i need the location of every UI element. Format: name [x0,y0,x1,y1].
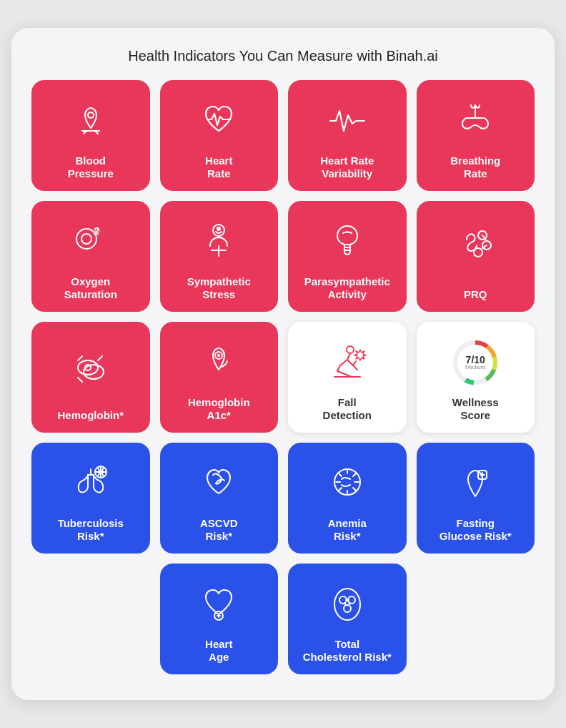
svg-point-57 [344,605,351,612]
svg-point-0 [88,112,94,118]
tile-label: HeartRate [205,154,232,182]
tile-fall-detection[interactable]: FallDetection [288,322,407,433]
tile-label: WellnessScore [452,396,499,423]
parasympathetic-icon [294,211,401,272]
svg-point-25 [217,354,220,357]
tile-label: ASCVDRisk* [200,517,238,544]
svg-line-20 [78,356,82,360]
hemoglobin-a1c-icon [166,332,273,393]
tile-cholesterol[interactable]: TotalCholesterol Risk* [288,564,407,674]
tile-label: FastingGlucose Risk* [440,517,512,544]
tile-label: BreathingRate [450,154,500,182]
tile-heart-age[interactable]: HeartAge [160,564,279,674]
tile-ascvd[interactable]: ASCVDRisk* [160,443,279,554]
page-title: Health Indicators You Can Measure with B… [31,48,535,64]
heart-rate-icon [166,90,273,152]
tile-parasympathetic[interactable]: ParasympatheticActivity [288,201,407,312]
tile-breathing[interactable]: BreathingRate [417,80,535,191]
tile-label: AnemiaRisk* [328,517,367,544]
tile-wellness-score[interactable]: 7/10 Medium WellnessScore [417,322,535,433]
tile-label: Heart RateVariability [320,154,374,182]
tile-label: BloodPressure [68,154,114,182]
tile-heart-rate[interactable]: HeartRate [160,80,279,191]
svg-point-19 [84,365,104,379]
svg-point-26 [347,346,354,353]
tile-label: Hemoglobin* [58,409,124,423]
breathing-icon [422,90,530,152]
svg-line-45 [339,488,342,491]
fall-icon [294,332,401,393]
tile-sympathetic[interactable]: SympatheticStress [160,201,279,312]
heart-age-icon [166,574,273,635]
tile-label: PRQ [464,288,487,302]
wellness-score-number: 7/10 [465,355,485,365]
anemia-icon [294,453,401,514]
tile-prq[interactable]: PRQ [417,201,535,312]
tile-label: ParasympatheticActivity [304,275,390,302]
svg-point-9 [217,227,221,231]
wellness-score-label: Medium [465,365,485,370]
hrv-icon [294,90,401,152]
tile-hrv[interactable]: Heart RateVariability [288,80,407,191]
ascvd-icon [166,453,273,514]
svg-point-15 [474,248,482,257]
tiles-grid: BloodPressure HeartRate Heart RateVariab… [31,80,535,674]
svg-line-43 [353,488,356,491]
tile-label: TuberculosisRisk* [58,517,124,544]
tile-oxygen[interactable]: 2 O OxygenSaturation [31,201,150,312]
main-card: Health Indicators You Can Measure with B… [11,28,555,700]
tuberculosis-icon [37,453,144,514]
tile-label: HeartAge [205,638,232,665]
tile-blood-pressure[interactable]: BloodPressure [31,80,150,191]
tile-hemoglobin[interactable]: Hemoglobin* [31,322,150,433]
prq-icon [422,211,530,285]
tile-anemia[interactable]: AnemiaRisk* [288,443,407,554]
svg-line-22 [78,378,82,382]
tile-fasting-glucose[interactable]: FastingGlucose Risk* [417,443,535,554]
svg-line-47 [339,473,342,476]
wellness-icon: 7/10 Medium [422,332,530,393]
cholesterol-icon [294,574,401,635]
blood-pressure-icon [37,90,144,152]
sympathetic-icon [166,211,273,272]
glucose-icon [422,453,530,514]
tile-label: FallDetection [323,396,372,423]
svg-point-18 [78,360,98,375]
tile-tuberculosis[interactable]: TuberculosisRisk* [31,443,150,554]
hemoglobin-icon [37,332,144,406]
tile-label: HemoglobinA1c* [188,396,250,423]
tile-hemoglobin-a1c[interactable]: HemoglobinA1c* [160,322,279,433]
svg-text:O: O [94,227,100,235]
svg-line-41 [353,473,356,476]
svg-point-3 [81,234,91,244]
svg-line-21 [98,356,102,360]
tile-label: SympatheticStress [187,275,251,302]
tile-label: OxygenSaturation [64,275,117,302]
tile-label: TotalCholesterol Risk* [303,638,392,665]
oxygen-icon: 2 O [37,211,144,272]
